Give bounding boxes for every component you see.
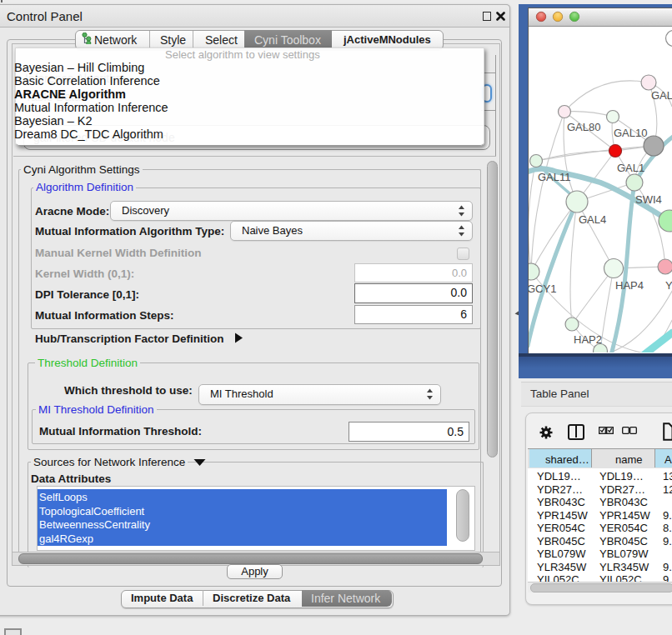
svg-text:GCY1: GCY1 bbox=[529, 282, 556, 295]
svg-text:GAL: GAL bbox=[651, 89, 672, 102]
svg-text:GAL10: GAL10 bbox=[614, 127, 647, 139]
svg-text:GAL4: GAL4 bbox=[579, 213, 606, 226]
svg-text:GAL80: GAL80 bbox=[567, 121, 600, 133]
svg-text:GAL11: GAL11 bbox=[538, 171, 571, 183]
svg-text:Y: Y bbox=[665, 279, 672, 292]
svg-text:SWI4: SWI4 bbox=[635, 193, 662, 206]
svg-text:HAP2: HAP2 bbox=[574, 333, 602, 346]
svg-text:HAP4: HAP4 bbox=[615, 279, 644, 292]
svg-text:GAL1: GAL1 bbox=[617, 162, 644, 174]
